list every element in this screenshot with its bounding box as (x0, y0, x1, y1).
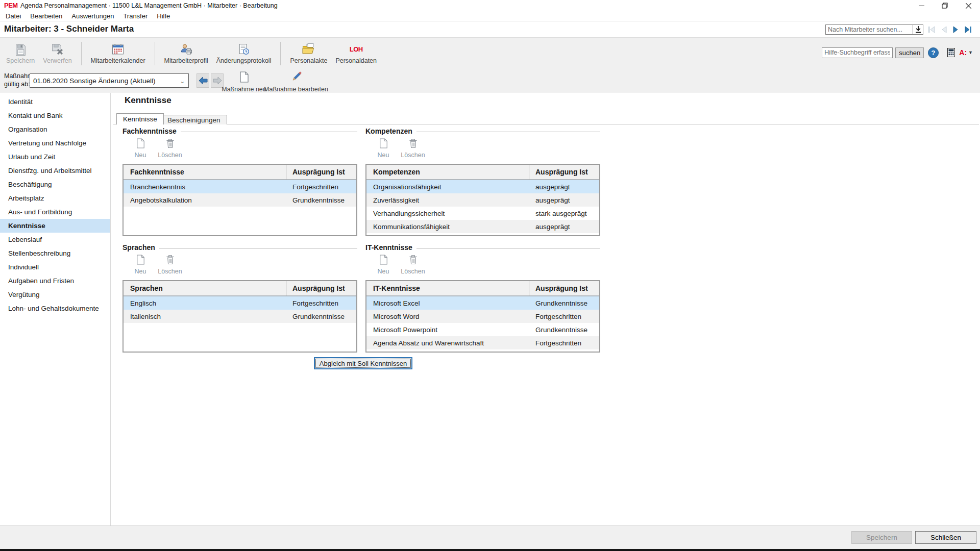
employee-search-input[interactable] (825, 24, 913, 35)
new-entry-button-fachkenntnisse[interactable]: Neu (126, 138, 155, 159)
table-row[interactable]: Microsoft ExcelGrundkenntnisse (366, 296, 599, 310)
table-it-kenntnisse: IT-KenntnisseAusprägung IstMicrosoft Exc… (365, 280, 600, 353)
cell-level: Grundkenntnisse (529, 326, 599, 334)
sidebar-item-vergütung[interactable]: Vergütung (0, 288, 110, 302)
table-row[interactable]: Kommunikationsfähigkeitausgeprägt (366, 220, 599, 233)
delete-entry-button-kompetenzen[interactable]: Löschen (398, 138, 428, 159)
table-row[interactable]: Zuverlässigkeitausgeprägt (366, 193, 599, 207)
sidebar-item-individuell[interactable]: Individuell (0, 260, 110, 274)
menu-datei[interactable]: Datei (1, 12, 26, 20)
sidebar-item-arbeitsplatz[interactable]: Arbeitsplatz (0, 191, 110, 205)
close-button[interactable] (957, 0, 980, 11)
menu-transfer[interactable]: Transfer (118, 12, 152, 20)
sidebar-item-lohn-und-gehaltsdokumente[interactable]: Lohn- und Gehaltsdokumente (0, 302, 110, 315)
section-actions: NeuLöschen (126, 138, 185, 159)
previous-record-icon[interactable] (939, 24, 949, 35)
toolbar-right-separator (943, 46, 943, 59)
delete-entry-button-sprachen[interactable]: Löschen (155, 255, 185, 275)
sidebar-item-kontakt-und-bank[interactable]: Kontakt und Bank (0, 109, 110, 122)
massnahme-combobox[interactable]: 01.06.2020 Sonstige Änderung (Aktuell) ⌄ (30, 73, 189, 88)
sidebar-item-kenntnisse[interactable]: Kenntnisse (0, 219, 110, 233)
menu-auswertungen[interactable]: Auswertungen (67, 12, 118, 20)
new-entry-button-kompetenzen[interactable]: Neu (369, 138, 398, 159)
cell-level: Fortgeschritten (286, 299, 356, 307)
main-toolbar: SpeichernVerwerfenMitarbeiterkalenderMit… (0, 37, 980, 69)
delete-entry-button-fachkenntnisse[interactable]: Löschen (155, 138, 185, 159)
sidebar-item-organisation[interactable]: Organisation (0, 122, 110, 136)
table-row[interactable]: Microsoft WordFortgeschritten (366, 310, 599, 323)
sidebar-item-vertretung-und-nachfolge[interactable]: Vertretung und Nachfolge (0, 136, 110, 150)
accent-caret-icon[interactable]: ▼ (968, 50, 973, 55)
column-header-name: Fachkenntnisse (124, 164, 286, 180)
save-button[interactable]: Speichern (851, 531, 912, 544)
restore-button[interactable] (933, 0, 957, 11)
sidebar-item-dienstfzg-und-arbeitsmittel[interactable]: Dienstfzg. und Arbeitsmittel (0, 164, 110, 178)
cell-name: Organisationsfähigkeit (366, 183, 529, 191)
toolbar-button-verwerfen[interactable]: Verwerfen (39, 40, 76, 67)
trash-icon (166, 138, 175, 151)
tab-bescheinigungen[interactable]: Bescheinigungen (161, 115, 227, 124)
section-title: Fachkenntnisse (122, 127, 177, 135)
table-row[interactable]: EnglischFortgeschritten (124, 296, 356, 310)
table-row[interactable]: Agenda Absatz und WarenwirtschaftFortges… (366, 336, 599, 349)
sidebar-item-urlaub-und-zeit[interactable]: Urlaub und Zeit (0, 150, 110, 164)
help-icon[interactable]: ? (928, 47, 939, 58)
next-record-icon[interactable] (950, 24, 961, 35)
toolbar-button-mitarbeiterprofil[interactable]: Mitarbeiterprofil (160, 40, 212, 67)
section-title-row: Fachkenntnisse (122, 127, 357, 135)
sidebar-item-aus-und-fortbildung[interactable]: Aus- und Fortbildung (0, 205, 110, 219)
toolbar-separator (155, 42, 155, 65)
toolbar-button-personaldaten[interactable]: LOHPersonaldaten (331, 40, 381, 67)
massnahme-previous-button[interactable] (197, 73, 209, 88)
delete-entry-button-it-kenntnisse[interactable]: Löschen (398, 255, 428, 275)
action-label: Neu (378, 152, 389, 159)
toolbar-button-label: Verwerfen (43, 57, 71, 64)
sidebar-item-aufgaben-und-fristen[interactable]: Aufgaben und Fristen (0, 274, 110, 288)
section-rule (159, 248, 357, 248)
menu-bearbeiten[interactable]: Bearbeiten (26, 12, 67, 20)
table-row[interactable]: Verhandlungssicherheitstark ausgeprägt (366, 207, 599, 220)
section-title-row: Sprachen (122, 243, 357, 252)
tab-kenntnisse[interactable]: Kenntnisse (116, 113, 164, 124)
section-actions: NeuLöschen (369, 138, 428, 159)
trash-icon (409, 255, 418, 267)
new-page-icon (379, 138, 388, 151)
employee-search-dropdown-button[interactable] (913, 24, 923, 35)
toolbar-button-speichern[interactable]: Speichern (2, 40, 39, 67)
column-header-level: Ausprägung Ist (529, 168, 599, 176)
help-search-input[interactable] (822, 47, 893, 58)
sidebar-nav: IdentitätKontakt und BankOrganisationVer… (0, 93, 111, 525)
calculator-icon[interactable] (947, 48, 955, 57)
new-entry-button-sprachen[interactable]: Neu (126, 255, 155, 275)
table-kompetenzen: KompetenzenAusprägung IstOrganisationsfä… (365, 164, 600, 236)
page-title: Kenntnisse (125, 95, 172, 106)
table-row[interactable]: Microsoft PowerpointGrundkenntnisse (366, 323, 599, 336)
last-record-icon[interactable] (963, 24, 973, 35)
help-search-button[interactable]: suchen (895, 47, 924, 58)
sidebar-item-lebenslauf[interactable]: Lebenslauf (0, 233, 110, 246)
new-entry-button-it-kenntnisse[interactable]: Neu (369, 255, 398, 275)
changelog-icon (237, 42, 250, 56)
cell-name: Zuverlässigkeit (366, 196, 529, 204)
massnahme-new-button[interactable]: Maßnahme neu (226, 71, 262, 93)
sidebar-item-beschäftigung[interactable]: Beschäftigung (0, 178, 110, 191)
accent-menu-label[interactable]: A: (959, 48, 967, 57)
toolbar-button-personalakte[interactable]: Personalakte (286, 40, 331, 67)
close-dialog-button[interactable]: Schließen (915, 531, 976, 544)
compare-target-skills-button[interactable]: Abgleich mit Soll Kenntnissen (314, 357, 412, 369)
table-row[interactable]: ItalienischGrundkenntnisse (124, 310, 356, 323)
first-record-icon[interactable] (926, 24, 937, 35)
toolbar-button-mitarbeiterkalender[interactable]: Mitarbeiterkalender (87, 40, 150, 67)
tabstrip-baseline (113, 124, 979, 124)
toolbar-buttons: SpeichernVerwerfenMitarbeiterkalenderMit… (2, 40, 381, 67)
toolbar-button--nderungsprotokoll[interactable]: Änderungsprotokoll (212, 40, 276, 67)
minimize-button[interactable] (910, 0, 933, 11)
table-row[interactable]: AngebotskalkulationGrundkenntnisse (124, 193, 356, 207)
sidebar-item-stellenbeschreibung[interactable]: Stellenbeschreibung (0, 246, 110, 260)
toolbar-button-label: Personalakte (290, 57, 327, 64)
massnahme-edit-button[interactable]: Maßnahme bearbeiten (265, 71, 327, 93)
table-row[interactable]: BranchenkenntnisFortgeschritten (124, 180, 356, 193)
menu-hilfe[interactable]: Hilfe (152, 12, 175, 20)
table-row[interactable]: Organisationsfähigkeitausgeprägt (366, 180, 599, 193)
sidebar-item-identität[interactable]: Identität (0, 95, 110, 109)
